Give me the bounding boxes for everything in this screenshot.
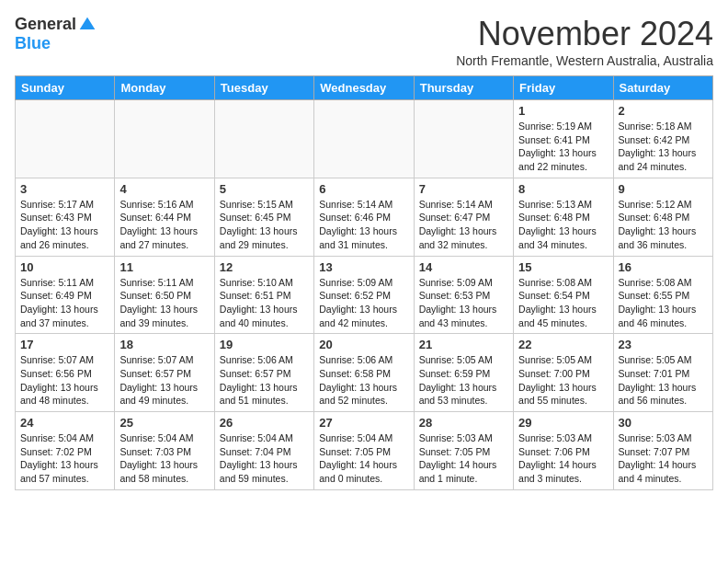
calendar-week-1: 1Sunrise: 5:19 AM Sunset: 6:41 PM Daylig… bbox=[16, 100, 713, 178]
weekday-header-row: SundayMondayTuesdayWednesdayThursdayFrid… bbox=[16, 76, 713, 100]
day-number: 18 bbox=[119, 338, 209, 351]
calendar-week-3: 10Sunrise: 5:11 AM Sunset: 6:49 PM Dayli… bbox=[16, 256, 713, 334]
calendar-week-4: 17Sunrise: 5:07 AM Sunset: 6:56 PM Dayli… bbox=[16, 334, 713, 412]
day-number: 21 bbox=[419, 338, 508, 351]
day-info: Sunrise: 5:13 AM Sunset: 6:48 PM Dayligh… bbox=[518, 198, 608, 252]
day-info: Sunrise: 5:19 AM Sunset: 6:41 PM Dayligh… bbox=[518, 120, 608, 174]
day-info: Sunrise: 5:04 AM Sunset: 7:05 PM Dayligh… bbox=[319, 431, 408, 486]
day-info: Sunrise: 5:11 AM Sunset: 6:49 PM Dayligh… bbox=[20, 276, 109, 330]
day-number: 11 bbox=[119, 260, 209, 274]
page-header: General Blue November 2024 North Fremant… bbox=[15, 15, 713, 68]
calendar-cell: 21Sunrise: 5:05 AM Sunset: 6:59 PM Dayli… bbox=[414, 334, 513, 412]
day-number: 12 bbox=[220, 260, 309, 274]
day-info: Sunrise: 5:05 AM Sunset: 7:00 PM Dayligh… bbox=[518, 353, 608, 408]
day-info: Sunrise: 5:18 AM Sunset: 6:42 PM Dayligh… bbox=[619, 120, 708, 174]
calendar-cell: 26Sunrise: 5:04 AM Sunset: 7:04 PM Dayli… bbox=[214, 412, 313, 490]
day-info: Sunrise: 5:16 AM Sunset: 6:44 PM Dayligh… bbox=[119, 198, 209, 252]
calendar-cell: 3Sunrise: 5:17 AM Sunset: 6:43 PM Daylig… bbox=[16, 178, 115, 256]
calendar-cell: 2Sunrise: 5:18 AM Sunset: 6:42 PM Daylig… bbox=[613, 100, 712, 178]
calendar-cell bbox=[314, 100, 414, 178]
calendar-cell: 24Sunrise: 5:04 AM Sunset: 7:02 PM Dayli… bbox=[16, 412, 115, 490]
calendar-cell: 9Sunrise: 5:12 AM Sunset: 6:48 PM Daylig… bbox=[613, 178, 712, 256]
day-info: Sunrise: 5:14 AM Sunset: 6:47 PM Dayligh… bbox=[419, 198, 508, 252]
calendar-cell bbox=[16, 100, 115, 178]
calendar-cell: 12Sunrise: 5:10 AM Sunset: 6:51 PM Dayli… bbox=[214, 256, 313, 334]
calendar-cell: 6Sunrise: 5:14 AM Sunset: 6:46 PM Daylig… bbox=[314, 178, 414, 256]
day-number: 17 bbox=[20, 338, 109, 351]
calendar-cell: 4Sunrise: 5:16 AM Sunset: 6:44 PM Daylig… bbox=[115, 178, 214, 256]
calendar-cell: 10Sunrise: 5:11 AM Sunset: 6:49 PM Dayli… bbox=[16, 256, 115, 334]
day-info: Sunrise: 5:05 AM Sunset: 6:59 PM Dayligh… bbox=[419, 353, 508, 408]
day-info: Sunrise: 5:03 AM Sunset: 7:05 PM Dayligh… bbox=[419, 431, 508, 486]
logo: General Blue bbox=[15, 15, 97, 53]
day-info: Sunrise: 5:07 AM Sunset: 6:57 PM Dayligh… bbox=[119, 353, 209, 408]
calendar-cell: 23Sunrise: 5:05 AM Sunset: 7:01 PM Dayli… bbox=[613, 334, 712, 412]
day-number: 13 bbox=[319, 260, 408, 274]
calendar-cell bbox=[214, 100, 313, 178]
day-number: 24 bbox=[20, 416, 109, 430]
calendar-cell: 7Sunrise: 5:14 AM Sunset: 6:47 PM Daylig… bbox=[414, 178, 513, 256]
calendar-cell: 18Sunrise: 5:07 AM Sunset: 6:57 PM Dayli… bbox=[115, 334, 214, 412]
logo-general-text: General bbox=[15, 15, 76, 34]
calendar-cell: 11Sunrise: 5:11 AM Sunset: 6:50 PM Dayli… bbox=[115, 256, 214, 334]
day-info: Sunrise: 5:08 AM Sunset: 6:55 PM Dayligh… bbox=[619, 276, 708, 330]
calendar-cell: 5Sunrise: 5:15 AM Sunset: 6:45 PM Daylig… bbox=[214, 178, 313, 256]
calendar-cell: 15Sunrise: 5:08 AM Sunset: 6:54 PM Dayli… bbox=[514, 256, 613, 334]
day-number: 16 bbox=[619, 260, 708, 274]
weekday-header-sunday: Sunday bbox=[16, 76, 115, 100]
calendar-cell: 20Sunrise: 5:06 AM Sunset: 6:58 PM Dayli… bbox=[314, 334, 414, 412]
weekday-header-monday: Monday bbox=[115, 76, 214, 100]
calendar-cell: 1Sunrise: 5:19 AM Sunset: 6:41 PM Daylig… bbox=[514, 100, 613, 178]
day-info: Sunrise: 5:04 AM Sunset: 7:04 PM Dayligh… bbox=[220, 431, 309, 486]
calendar-cell: 14Sunrise: 5:09 AM Sunset: 6:53 PM Dayli… bbox=[414, 256, 513, 334]
calendar-cell: 25Sunrise: 5:04 AM Sunset: 7:03 PM Dayli… bbox=[115, 412, 214, 490]
weekday-header-thursday: Thursday bbox=[414, 76, 513, 100]
day-info: Sunrise: 5:04 AM Sunset: 7:02 PM Dayligh… bbox=[20, 431, 109, 486]
day-info: Sunrise: 5:06 AM Sunset: 6:57 PM Dayligh… bbox=[220, 353, 309, 408]
day-number: 6 bbox=[319, 182, 408, 196]
calendar-cell: 30Sunrise: 5:03 AM Sunset: 7:07 PM Dayli… bbox=[613, 412, 712, 490]
day-info: Sunrise: 5:11 AM Sunset: 6:50 PM Dayligh… bbox=[119, 276, 209, 330]
day-info: Sunrise: 5:09 AM Sunset: 6:52 PM Dayligh… bbox=[319, 276, 408, 330]
calendar-cell: 13Sunrise: 5:09 AM Sunset: 6:52 PM Dayli… bbox=[314, 256, 414, 334]
svg-marker-0 bbox=[80, 17, 96, 29]
day-number: 20 bbox=[319, 338, 408, 351]
day-info: Sunrise: 5:03 AM Sunset: 7:07 PM Dayligh… bbox=[619, 431, 708, 486]
title-section: November 2024 North Fremantle, Western A… bbox=[456, 15, 713, 68]
day-number: 19 bbox=[220, 338, 309, 351]
day-info: Sunrise: 5:12 AM Sunset: 6:48 PM Dayligh… bbox=[619, 198, 708, 252]
day-info: Sunrise: 5:06 AM Sunset: 6:58 PM Dayligh… bbox=[319, 353, 408, 408]
day-info: Sunrise: 5:17 AM Sunset: 6:43 PM Dayligh… bbox=[20, 198, 109, 252]
calendar-cell: 8Sunrise: 5:13 AM Sunset: 6:48 PM Daylig… bbox=[514, 178, 613, 256]
day-number: 30 bbox=[619, 416, 708, 430]
weekday-header-tuesday: Tuesday bbox=[214, 76, 313, 100]
day-number: 28 bbox=[419, 416, 508, 430]
calendar-cell: 16Sunrise: 5:08 AM Sunset: 6:55 PM Dayli… bbox=[613, 256, 712, 334]
calendar-cell: 29Sunrise: 5:03 AM Sunset: 7:06 PM Dayli… bbox=[514, 412, 613, 490]
day-info: Sunrise: 5:10 AM Sunset: 6:51 PM Dayligh… bbox=[220, 276, 309, 330]
calendar-cell: 28Sunrise: 5:03 AM Sunset: 7:05 PM Dayli… bbox=[414, 412, 513, 490]
day-number: 27 bbox=[319, 416, 408, 430]
weekday-header-friday: Friday bbox=[514, 76, 613, 100]
month-title: November 2024 bbox=[456, 15, 713, 53]
logo-blue-text: Blue bbox=[15, 34, 51, 53]
day-number: 8 bbox=[518, 182, 608, 196]
day-number: 22 bbox=[518, 338, 608, 351]
day-number: 26 bbox=[220, 416, 309, 430]
day-number: 29 bbox=[518, 416, 608, 430]
calendar-week-5: 24Sunrise: 5:04 AM Sunset: 7:02 PM Dayli… bbox=[16, 412, 713, 490]
logo-icon bbox=[78, 16, 97, 34]
day-number: 3 bbox=[20, 182, 109, 196]
day-number: 14 bbox=[419, 260, 508, 274]
location-text: North Fremantle, Western Australia, Aust… bbox=[456, 53, 713, 68]
day-number: 5 bbox=[220, 182, 309, 196]
calendar-table: SundayMondayTuesdayWednesdayThursdayFrid… bbox=[15, 75, 713, 490]
day-info: Sunrise: 5:03 AM Sunset: 7:06 PM Dayligh… bbox=[518, 431, 608, 486]
day-number: 2 bbox=[619, 104, 708, 118]
calendar-cell bbox=[414, 100, 513, 178]
calendar-cell: 22Sunrise: 5:05 AM Sunset: 7:00 PM Dayli… bbox=[514, 334, 613, 412]
day-info: Sunrise: 5:09 AM Sunset: 6:53 PM Dayligh… bbox=[419, 276, 508, 330]
calendar-cell: 19Sunrise: 5:06 AM Sunset: 6:57 PM Dayli… bbox=[214, 334, 313, 412]
calendar-cell: 27Sunrise: 5:04 AM Sunset: 7:05 PM Dayli… bbox=[314, 412, 414, 490]
weekday-header-wednesday: Wednesday bbox=[314, 76, 414, 100]
